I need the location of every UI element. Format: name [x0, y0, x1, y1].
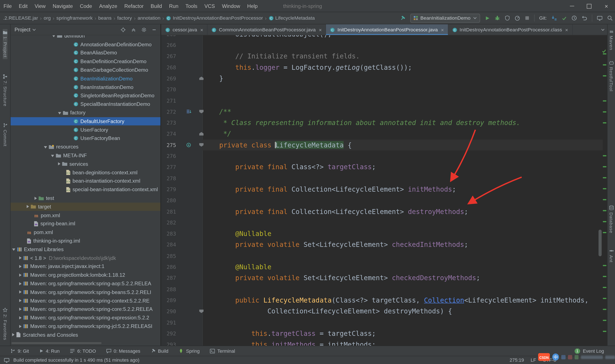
breadcrumb-item[interactable]: springframework — [56, 15, 93, 21]
tree-item-spring-bean-iml[interactable]: spring-bean.iml — [11, 220, 161, 228]
code-line-282[interactable]: 282 — [161, 217, 603, 228]
fold-marker-icon[interactable] — [199, 77, 203, 80]
run-configuration-selector[interactable]: BeanInitializationDemo — [410, 13, 480, 22]
code-line-266[interactable]: 266 — [161, 40, 603, 51]
tool-strip-tab----favorites[interactable]: 2: Favorites — [3, 306, 7, 342]
code-line-279[interactable]: 279 private final Collection<LifecycleEl… — [161, 184, 603, 195]
tree-item-singletonbeanregistrationdemo[interactable]: CSingletonBeanRegistrationDemo — [11, 91, 161, 100]
tool-strip-tab-database[interactable]: Database — [608, 204, 615, 235]
editor-tab-initdestroyannotationbeanpostprocessor-java[interactable]: CInitDestroyAnnotationBeanPostProcessor.… — [326, 24, 448, 35]
menu-analyze[interactable]: Analyze — [96, 0, 121, 12]
code-line-285[interactable]: 285 — [161, 250, 603, 261]
breadcrumb-item[interactable]: CLifecycleMetadata — [269, 15, 315, 21]
override-gutter-icon[interactable] — [186, 143, 191, 147]
tree-item-beaninstantiationdemo[interactable]: CBeanInstantiationDemo — [11, 83, 161, 91]
code-line-272[interactable]: 272 /** — [161, 106, 603, 117]
editor-tab-cessor-java[interactable]: Ccessor.java× — [161, 24, 208, 35]
menu-code[interactable]: Code — [76, 0, 95, 12]
menu-refactor[interactable]: Refactor — [121, 0, 147, 12]
code-line-287[interactable]: 287 private volatile Set<LifecycleElemen… — [161, 273, 603, 284]
code-line-292[interactable]: 292 this.targetClass = targetClass; — [161, 328, 603, 339]
tool-button-0--messages[interactable]: 0: Messages — [106, 348, 140, 354]
tree-expander-right-icon[interactable] — [19, 265, 22, 268]
tree-item-meta-inf[interactable]: META-INF — [11, 151, 161, 160]
project-horizontal-scrollbar[interactable] — [11, 342, 101, 344]
tree-item-bean-instantiation-context-xml[interactable]: bean-instantiation-context.xml — [11, 177, 161, 185]
breadcrumb-item[interactable]: factory — [117, 15, 132, 21]
tree-item-userfactory[interactable]: CUserFactory — [11, 125, 161, 134]
breadcrumb-item[interactable]: beans — [98, 15, 112, 21]
tool-strip-tab-restfultool[interactable]: RestfulTool — [608, 59, 615, 93]
tool-strip-tab----project[interactable]: 1: Project — [3, 29, 7, 59]
tree-expander-right-icon[interactable] — [19, 273, 22, 277]
code-line-286[interactable]: 286 @Nullable — [161, 261, 603, 273]
menu-run[interactable]: Run — [165, 0, 182, 12]
code-line-293[interactable]: 293 this.initMethods = initMethods; — [161, 339, 603, 346]
tree-item-maven--org-springframework-spring-expression-5-2-2[interactable]: Maven: org.springframework:spring-expres… — [11, 313, 161, 322]
gear-icon[interactable] — [141, 27, 147, 32]
code-line-290[interactable]: 290 Collection<LifecycleElement> destroy… — [161, 306, 603, 317]
menu-build[interactable]: Build — [147, 0, 165, 12]
tree-expander-right-icon[interactable] — [27, 205, 29, 208]
fold-marker-icon[interactable] — [199, 309, 203, 313]
vcs-change-stripe-mark[interactable] — [603, 166, 606, 168]
collapse-all-icon[interactable] — [131, 27, 136, 32]
tree-item-annotationbeandefinitiondemo[interactable]: CAnnotationBeanDefinitionDemo — [11, 40, 161, 49]
tree-expander-down-icon[interactable] — [12, 248, 15, 251]
breadcrumb-item[interactable]: annotation — [137, 15, 160, 21]
tool-strip-tab-ant[interactable]: Ant — [608, 247, 615, 264]
fold-marker-icon[interactable] — [199, 110, 203, 114]
tool-strip-tab----structure[interactable]: 7: Structure — [3, 72, 7, 108]
tool-button-terminal[interactable]: Terminal — [210, 348, 235, 354]
close-button[interactable]: × — [598, 0, 615, 12]
minimize-button[interactable] — [563, 0, 581, 12]
tree-item-beanaliasdemo[interactable]: CBeanAliasDemo — [11, 49, 161, 57]
tree-item-scratches-and-consoles[interactable]: Scratches and Consoles — [11, 330, 161, 339]
tree-expander-right-icon[interactable] — [19, 308, 22, 311]
breadcrumb-item[interactable]: CInitDestroyAnnotationBeanPostProcessor — [166, 15, 263, 21]
tree-expander-right-icon[interactable] — [58, 162, 60, 166]
tree-item-beandefinitioncreationdemo[interactable]: CBeanDefinitionCreationDemo — [11, 57, 161, 66]
vcs-change-stripe-mark[interactable] — [603, 287, 606, 288]
line-ending[interactable]: LF — [531, 357, 536, 363]
tree-expander-right-icon[interactable] — [19, 257, 22, 260]
tree-item-factory[interactable]: factory — [11, 108, 161, 117]
tab-close-icon[interactable]: × — [441, 27, 444, 32]
doc-list-gutter-icon[interactable] — [186, 109, 191, 114]
maximize-button[interactable] — [580, 0, 598, 12]
code-line-283[interactable]: 283 @Nullable — [161, 228, 603, 239]
tab-close-icon[interactable]: × — [200, 27, 203, 32]
tree-item-maven--org-springframework-spring-jcl-5-2-2-releasi[interactable]: Maven: org.springframework:spring-jcl:5.… — [11, 322, 161, 330]
vcs-change-stripe-mark[interactable] — [603, 298, 606, 299]
menu-edit[interactable]: Edit — [15, 0, 31, 12]
code-line-288[interactable]: 288 — [161, 284, 603, 295]
menu-tools[interactable]: Tools — [182, 0, 201, 12]
tree-expander-right-icon[interactable] — [19, 291, 22, 294]
code-line-291[interactable]: 291 — [161, 317, 603, 328]
tree-expander-down-icon[interactable] — [58, 112, 61, 114]
tree-item-userfactorybean[interactable]: CUserFactoryBean — [11, 134, 161, 143]
tree-expander-right-icon[interactable] — [12, 333, 14, 337]
tree-item-pom-xml[interactable]: mpom.xml — [11, 228, 161, 237]
tree-expander-right-icon[interactable] — [19, 316, 22, 319]
tree-expander-right-icon[interactable] — [35, 196, 37, 200]
tree-item-pom-xml[interactable]: mpom.xml — [11, 211, 161, 220]
coverage-icon[interactable] — [505, 15, 510, 21]
tree-expander-right-icon[interactable] — [19, 282, 22, 285]
tool-button-build[interactable]: Build — [150, 348, 169, 354]
rollback-icon[interactable] — [582, 15, 587, 21]
editor-content[interactable]: 265 ois.defaultReadObject();266267 // In… — [161, 35, 607, 346]
vcs-change-stripe-mark[interactable] — [603, 100, 606, 102]
vcs-change-stripe-mark[interactable] — [603, 331, 606, 332]
caret-position[interactable]: 275:19 — [509, 357, 524, 363]
vcs-change-stripe-mark[interactable] — [603, 221, 606, 222]
code-line-270[interactable]: 270 — [161, 84, 603, 95]
code-line-277[interactable]: 277 private final Class<?> targetClass; — [161, 161, 603, 173]
menu-navigate[interactable]: Navigate — [49, 0, 76, 12]
menu-window[interactable]: Window — [218, 0, 244, 12]
vcs-change-stripe-mark[interactable] — [603, 188, 606, 189]
editor-tab-commonannotationbeanpostprocessor-java[interactable]: CCommonAnnotationBeanPostProcessor.java× — [208, 24, 326, 35]
hide-panel-icon[interactable] — [152, 27, 157, 32]
breadcrumb-item[interactable]: .2.RELEASE.jar — [3, 15, 38, 21]
tool-button-9--git[interactable]: 9: Git — [10, 348, 29, 354]
